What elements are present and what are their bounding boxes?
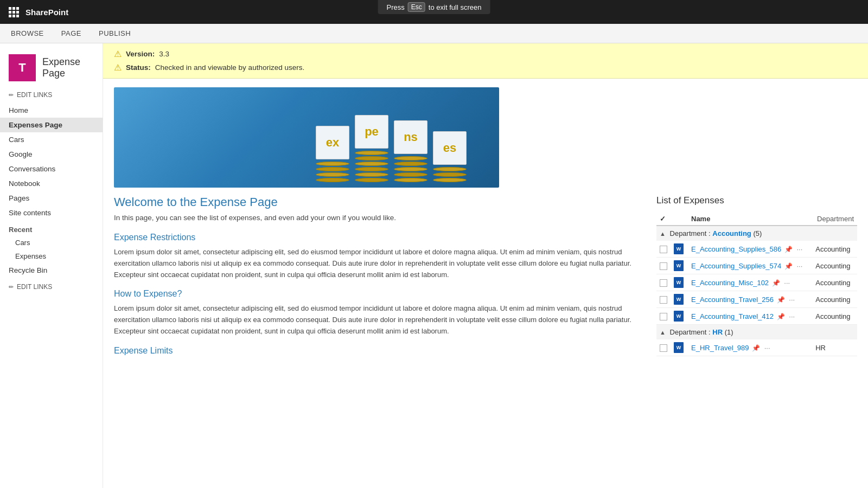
grid-icon[interactable] xyxy=(9,7,19,17)
version-label: Version: xyxy=(126,50,155,58)
file-name[interactable]: E_Accounting_Supplies_586 xyxy=(691,245,781,253)
ellipsis-button[interactable]: ··· xyxy=(787,311,797,322)
section-heading-how: How to Expense? xyxy=(114,289,640,299)
logo-area: T Expense Page xyxy=(0,48,103,90)
version-row: ⚠ Version: 3.3 xyxy=(114,49,857,59)
top-bar: SharePoint Press Esc to exit full screen xyxy=(0,0,868,24)
file-icon: W xyxy=(674,277,684,288)
dept-group-arrow: ▲ xyxy=(660,230,666,237)
dept-cell: Accounting xyxy=(812,274,857,291)
coin-label-ex: ex xyxy=(316,126,349,159)
sidebar-item-google[interactable]: Google xyxy=(0,147,103,162)
ellipsis-button[interactable]: ··· xyxy=(787,294,797,305)
expenses-table: ✓ Name Department ▲ Department : Account… xyxy=(656,213,857,356)
sidebar-item-site-contents[interactable]: Site contents xyxy=(0,206,103,220)
section-heading-limits: Expense Limits xyxy=(114,346,640,356)
table-row[interactable]: W E_Accounting_Supplies_574 📌 ··· Accoun… xyxy=(656,258,857,274)
ellipsis-button[interactable]: ··· xyxy=(782,278,792,288)
pin-icon: 📌 xyxy=(752,344,760,352)
row-checkbox[interactable] xyxy=(660,279,667,287)
row-checkbox[interactable] xyxy=(660,344,667,352)
table-row[interactable]: W E_Accounting_Supplies_586 📌 ··· Accoun… xyxy=(656,241,857,258)
file-icon: W xyxy=(674,311,684,322)
row-checkbox[interactable] xyxy=(660,246,667,253)
ribbon-page[interactable]: PAGE xyxy=(59,24,84,43)
logo-square: T xyxy=(9,54,36,81)
dept-cell: Accounting xyxy=(812,291,857,308)
section-body-how: Lorem ipsum dolor sit amet, consectetur … xyxy=(114,303,640,337)
sidebar-recent-cars[interactable]: Cars xyxy=(0,236,103,249)
row-checkbox[interactable] xyxy=(660,313,667,320)
ellipsis-button[interactable]: ··· xyxy=(795,261,805,271)
app-title: SharePoint xyxy=(25,8,68,17)
file-icon: W xyxy=(674,294,684,305)
top-bar-left: SharePoint xyxy=(9,7,68,17)
file-name[interactable]: E_Accounting_Travel_412 xyxy=(691,312,774,320)
recent-label: Recent xyxy=(0,220,103,236)
pin-icon: 📌 xyxy=(772,279,780,287)
dept-cell: Accounting xyxy=(812,308,857,325)
col-icon xyxy=(671,213,688,226)
sidebar-item-recycle-bin[interactable]: Recycle Bin xyxy=(0,263,103,278)
dept-group-header[interactable]: ▲ Department : HR (1) xyxy=(656,325,857,340)
edit-links-top[interactable]: ✏ EDIT LINKS xyxy=(0,90,103,103)
welcome-sub: In this page, you can see the list of ex… xyxy=(114,214,640,222)
sidebar-item-notebook[interactable]: Notebook xyxy=(0,176,103,191)
col-check: ✓ xyxy=(656,213,671,226)
status-row: ⚠ Status: Checked in and viewable by aut… xyxy=(114,62,857,73)
file-name[interactable]: E_Accounting_Supplies_574 xyxy=(691,262,781,270)
file-name[interactable]: E_HR_Travel_989 xyxy=(691,344,749,352)
sidebar-item-home[interactable]: Home xyxy=(0,103,103,118)
pin-icon: 📌 xyxy=(784,262,793,270)
fullscreen-notice: Press Esc to exit full screen xyxy=(378,0,490,14)
coin-label-ns: ns xyxy=(394,120,427,154)
main-content-row: Welcome to the Expense Page In this page… xyxy=(103,193,868,360)
list-section: List of Expenses ✓ Name Department ▲ Dep… xyxy=(656,193,857,360)
warning-icon-status: ⚠ xyxy=(114,62,122,73)
hero-image: ex pe xyxy=(114,87,499,188)
pencil-icon: ✏ xyxy=(9,92,14,99)
sidebar-item-cars[interactable]: Cars xyxy=(0,132,103,147)
table-row[interactable]: W E_HR_Travel_989 📌 ··· HR xyxy=(656,339,857,356)
sidebar-item-conversations[interactable]: Conversations xyxy=(0,162,103,176)
table-row[interactable]: W E_Accounting_Travel_256 📌 ··· Accounti… xyxy=(656,291,857,308)
col-name: Name xyxy=(688,213,812,226)
coin-stack-es: es xyxy=(433,131,467,182)
table-row[interactable]: W E_Accounting_Travel_412 📌 ··· Accounti… xyxy=(656,308,857,325)
main-layout: T Expense Page ✏ EDIT LINKS Home Expense… xyxy=(0,43,868,488)
ribbon-browse[interactable]: BROWSE xyxy=(9,24,46,43)
ellipsis-button[interactable]: ··· xyxy=(795,244,805,254)
ribbon-publish[interactable]: PUBLISH xyxy=(97,24,133,43)
welcome-title: Welcome to the Expense Page xyxy=(114,195,640,209)
expenses-title: List of Expenses xyxy=(656,195,857,206)
version-value: 3.3 xyxy=(159,50,169,58)
ellipsis-button[interactable]: ··· xyxy=(762,343,773,353)
hero-coins: ex pe xyxy=(316,115,467,182)
file-name[interactable]: E_Accounting_Travel_256 xyxy=(691,296,774,304)
site-title: Expense Page xyxy=(42,56,94,79)
version-banner: ⚠ Version: 3.3 ⚠ Status: Checked in and … xyxy=(103,43,868,79)
sidebar: T Expense Page ✏ EDIT LINKS Home Expense… xyxy=(0,43,103,488)
dept-group-header[interactable]: ▲ Department : Accounting (5) xyxy=(656,226,857,241)
coin-stack-pe: pe xyxy=(355,115,388,182)
status-value: Checked in and viewable by authorized us… xyxy=(155,63,304,72)
edit-links-bottom[interactable]: ✏ EDIT LINKS xyxy=(0,278,103,296)
coin-stack-ns: ns xyxy=(394,120,427,182)
sidebar-item-pages[interactable]: Pages xyxy=(0,191,103,206)
pin-icon: 📌 xyxy=(777,313,785,320)
pin-icon: 📌 xyxy=(777,296,785,304)
file-name[interactable]: E_Accounting_Misc_102 xyxy=(691,279,769,287)
article-section: Welcome to the Expense Page In this page… xyxy=(114,193,656,360)
content-area: ⚠ Version: 3.3 ⚠ Status: Checked in and … xyxy=(103,43,868,488)
row-checkbox[interactable] xyxy=(660,296,667,304)
sidebar-recent-expenses[interactable]: Expenses xyxy=(0,249,103,263)
dept-group-name: Accounting xyxy=(712,229,751,237)
sidebar-item-expenses-page[interactable]: Expenses Page xyxy=(0,118,103,132)
row-checkbox[interactable] xyxy=(660,262,667,270)
status-label: Status: xyxy=(126,63,151,72)
sidebar-nav: Home Expenses Page Cars Google Conversat… xyxy=(0,103,103,278)
section-body-restrictions: Lorem ipsum dolor sit amet, consectetur … xyxy=(114,247,640,280)
table-row[interactable]: W E_Accounting_Misc_102 📌 ··· Accounting xyxy=(656,274,857,291)
dept-cell: Accounting xyxy=(812,258,857,274)
esc-key: Esc xyxy=(408,2,425,12)
